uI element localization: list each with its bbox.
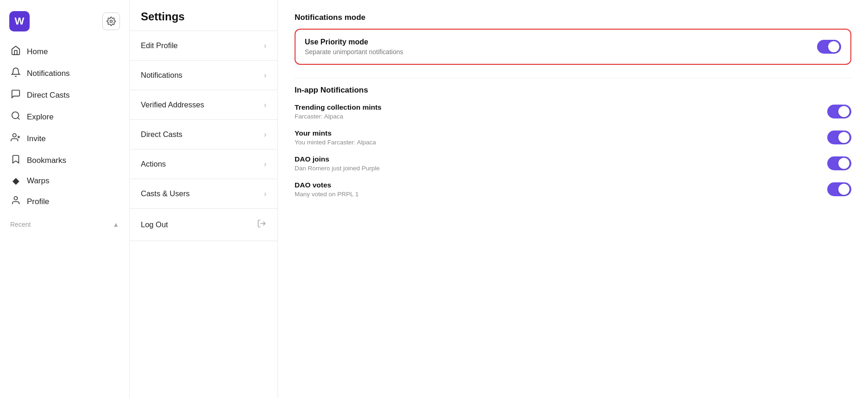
profile-icon	[10, 195, 21, 208]
chevron-right-icon: ›	[264, 190, 266, 198]
menu-item-edit-profile[interactable]: Edit Profile ›	[130, 31, 277, 61]
recent-chevron-icon[interactable]: ▲	[113, 221, 119, 228]
svg-point-3	[13, 134, 16, 137]
toggle-slider	[827, 156, 851, 170]
sidebar-item-profile[interactable]: Profile	[4, 191, 126, 212]
notif-item-text-your-mints: Your mints You minted Farcaster: Alpaca	[295, 129, 376, 146]
notif-subtitle-dao-joins: Dan Romero just joined Purple	[295, 165, 380, 172]
logout-icon	[257, 219, 266, 230]
middle-panel: Settings Edit Profile › Notifications › …	[130, 0, 278, 398]
menu-item-actions[interactable]: Actions ›	[130, 149, 277, 179]
sidebar-item-home[interactable]: Home	[4, 41, 126, 62]
actions-label: Actions	[141, 160, 166, 168]
sidebar-item-label-profile: Profile	[27, 197, 49, 206]
chevron-right-icon: ›	[264, 160, 266, 168]
chevron-right-icon: ›	[264, 101, 266, 109]
right-panel: Notifications mode Use Priority mode Sep…	[278, 0, 868, 398]
priority-mode-card: Use Priority mode Separate unimportant n…	[295, 29, 851, 65]
sidebar-item-notifications[interactable]: Notifications	[4, 62, 126, 84]
notif-title-dao-votes: DAO votes	[295, 181, 359, 189]
home-icon	[10, 45, 21, 58]
toggle-slider	[817, 40, 841, 54]
sidebar-item-warps[interactable]: ◆ Warps	[4, 171, 126, 191]
sidebar-item-label-bookmarks: Bookmarks	[27, 156, 66, 165]
trending-collection-toggle[interactable]	[827, 105, 851, 118]
menu-item-direct-casts[interactable]: Direct Casts ›	[130, 120, 277, 149]
sidebar-item-label-warps: Warps	[27, 176, 50, 186]
bookmarks-icon	[10, 154, 21, 167]
notifications-mode-title: Notifications mode	[295, 13, 851, 22]
logo[interactable]: W	[9, 11, 30, 31]
verified-addresses-label: Verified Addresses	[141, 100, 204, 109]
notifications-menu-label: Notifications	[141, 71, 182, 80]
notifications-icon	[10, 67, 21, 80]
notif-subtitle-trending: Farcaster: Alpaca	[295, 113, 382, 120]
toggle-slider	[827, 105, 851, 118]
priority-mode-subtitle: Separate unimportant notifications	[305, 48, 403, 56]
toggle-slider	[827, 131, 851, 144]
toggle-slider	[827, 182, 851, 196]
priority-mode-title: Use Priority mode	[305, 38, 403, 46]
notif-item-text-dao-joins: DAO joins Dan Romero just joined Purple	[295, 155, 380, 172]
dao-votes-toggle[interactable]	[827, 182, 851, 196]
inapp-notifications-title: In-app Notifications	[295, 86, 851, 95]
priority-card-text: Use Priority mode Separate unimportant n…	[305, 38, 403, 56]
edit-profile-label: Edit Profile	[141, 41, 178, 50]
warps-icon: ◆	[10, 176, 21, 186]
notif-title-trending: Trending collection mints	[295, 103, 382, 112]
priority-mode-toggle[interactable]	[817, 40, 841, 54]
casts-users-label: Casts & Users	[141, 189, 189, 198]
notif-item-text-trending: Trending collection mints Farcaster: Alp…	[295, 103, 382, 120]
notif-item-your-mints: Your mints You minted Farcaster: Alpaca	[295, 129, 851, 146]
svg-point-0	[110, 20, 113, 23]
sidebar-item-label-home: Home	[27, 47, 48, 56]
sidebar: W Home	[0, 0, 130, 398]
notif-title-dao-joins: DAO joins	[295, 155, 380, 163]
menu-item-casts-users[interactable]: Casts & Users ›	[130, 179, 277, 209]
recent-section: Recent ▲	[0, 212, 129, 231]
direct-casts-icon	[10, 89, 21, 101]
menu-item-notifications[interactable]: Notifications ›	[130, 61, 277, 90]
notif-item-dao-votes: DAO votes Many voted on PRPL 1	[295, 181, 851, 198]
sidebar-nav: Home Notifications Direct Casts	[0, 41, 129, 212]
recent-label: Recent	[10, 221, 31, 228]
dao-joins-toggle[interactable]	[827, 156, 851, 170]
notif-subtitle-dao-votes: Many voted on PRPL 1	[295, 191, 359, 198]
menu-item-log-out[interactable]: Log Out	[130, 209, 277, 241]
sidebar-item-bookmarks[interactable]: Bookmarks	[4, 149, 126, 171]
notif-item-dao-joins: DAO joins Dan Romero just joined Purple	[295, 155, 851, 172]
notif-title-your-mints: Your mints	[295, 129, 376, 137]
divider	[295, 78, 851, 78]
chevron-right-icon: ›	[264, 131, 266, 139]
notif-item-trending-collection: Trending collection mints Farcaster: Alp…	[295, 103, 851, 120]
sidebar-item-explore[interactable]: Explore	[4, 106, 126, 128]
sidebar-header: W	[0, 7, 129, 41]
svg-point-6	[14, 197, 17, 200]
sidebar-item-label-explore: Explore	[27, 112, 54, 122]
settings-gear-button[interactable]	[102, 12, 120, 30]
notif-subtitle-your-mints: You minted Farcaster: Alpaca	[295, 139, 376, 146]
settings-title: Settings	[130, 0, 277, 31]
menu-item-verified-addresses[interactable]: Verified Addresses ›	[130, 90, 277, 120]
sidebar-item-label-notifications: Notifications	[27, 69, 70, 78]
sidebar-item-label-direct-casts: Direct Casts	[27, 91, 70, 100]
svg-line-2	[18, 118, 19, 119]
chevron-right-icon: ›	[264, 71, 266, 80]
sidebar-item-invite[interactable]: Invite	[4, 128, 126, 149]
invite-icon	[10, 132, 21, 145]
sidebar-item-direct-casts[interactable]: Direct Casts	[4, 84, 126, 106]
svg-point-1	[12, 112, 19, 119]
sidebar-item-label-invite: Invite	[27, 134, 46, 143]
your-mints-toggle[interactable]	[827, 131, 851, 144]
log-out-label: Log Out	[141, 220, 168, 229]
chevron-right-icon: ›	[264, 42, 266, 50]
explore-icon	[10, 111, 21, 123]
direct-casts-menu-label: Direct Casts	[141, 130, 182, 139]
notif-item-text-dao-votes: DAO votes Many voted on PRPL 1	[295, 181, 359, 198]
